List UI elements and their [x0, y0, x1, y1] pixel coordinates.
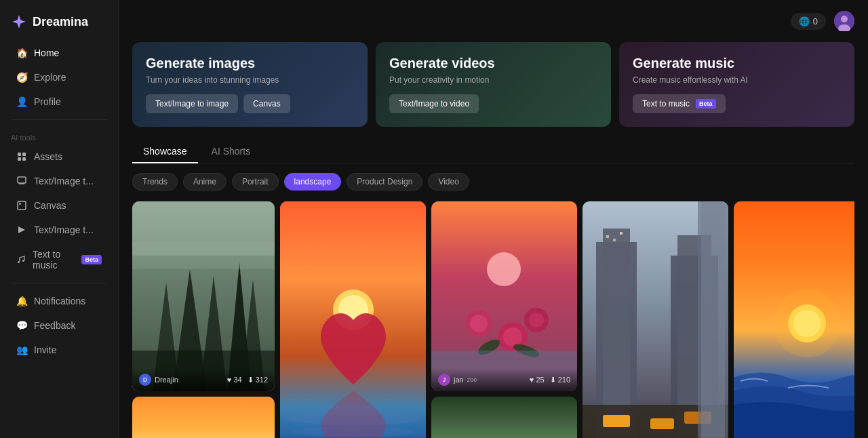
- sunset-sea-svg: [734, 201, 854, 438]
- item-1-avatar: D: [139, 374, 151, 386]
- feature-card-images: Generate images Turn your ideas into stu…: [132, 42, 368, 127]
- gallery-col-4: J jan zoe ♥ 17 ⬇ 180: [583, 201, 728, 438]
- sidebar-item-home[interactable]: 🏠 Home: [5, 41, 113, 64]
- svg-point-31: [487, 252, 521, 286]
- svg-rect-47: [613, 239, 616, 241]
- svg-rect-48: [620, 232, 623, 235]
- topbar: 🌐 0: [132, 11, 854, 31]
- explore-icon: 🧭: [16, 72, 27, 83]
- sidebar-item-textimage1[interactable]: Text/Image t...: [5, 170, 113, 193]
- item-3-stats: ♥ 25 ⬇ 210: [530, 376, 570, 384]
- textmusic-icon: [16, 254, 26, 265]
- gallery-col-2: P Prettygirl ♥ 25 ⬇ 147: [280, 201, 426, 438]
- music-subtitle: Create music effortlessly with AI: [633, 75, 841, 85]
- canvas-icon: [16, 200, 27, 211]
- notifications-icon: 🔔: [16, 296, 27, 306]
- pill-video[interactable]: Video: [428, 173, 469, 191]
- sidebar-divider-1: [11, 119, 107, 120]
- pill-portrait[interactable]: Portrait: [232, 173, 279, 191]
- sunset-sea-image: [734, 201, 854, 438]
- profile-icon: 👤: [16, 96, 27, 107]
- item-1-likes: ♥ 34: [227, 376, 242, 384]
- videos-buttons: Text/Image to video: [389, 94, 597, 113]
- item-3-overlay: J jan zoe ♥ 25 ⬇ 210: [431, 368, 577, 391]
- sidebar-item-invite-label: Invite: [34, 344, 56, 355]
- download-icon-3: ⬇: [550, 376, 556, 384]
- sidebar-item-explore-label: Explore: [34, 72, 66, 83]
- invite-icon: 👥: [16, 344, 27, 355]
- sidebar-item-textimage2[interactable]: Text/Image t...: [5, 218, 113, 241]
- svg-rect-2: [18, 157, 21, 161]
- sidebar-item-notifications[interactable]: 🔔 Notifications: [5, 290, 113, 313]
- sidebar-item-explore[interactable]: 🧭 Explore: [5, 66, 113, 89]
- ai-tools-label: AI tools: [0, 125, 118, 144]
- item-1-user: D Dreajin: [139, 374, 178, 386]
- images-title: Generate images: [146, 56, 354, 71]
- svg-rect-6: [18, 201, 26, 210]
- feedback-icon: 💬: [16, 320, 27, 331]
- item-3-user: J jan zoe: [438, 374, 477, 386]
- svg-point-10: [22, 260, 24, 262]
- home-icon: 🏠: [16, 47, 27, 58]
- sidebar-item-profile[interactable]: 👤 Profile: [5, 90, 113, 113]
- svg-point-58: [773, 290, 841, 357]
- sidebar-item-feedback-label: Feedback: [34, 320, 75, 331]
- pill-trends[interactable]: Trends: [132, 173, 178, 191]
- sidebar-item-invite[interactable]: 👥 Invite: [5, 338, 113, 361]
- logo[interactable]: Dreamina: [0, 8, 118, 41]
- avatar-img: [834, 11, 854, 31]
- sidebar-item-assets[interactable]: Assets: [5, 145, 113, 168]
- svg-rect-1: [22, 153, 26, 156]
- svg-rect-54: [701, 201, 725, 438]
- svg-point-7: [19, 203, 21, 205]
- gallery-item-2[interactable]: P Prettygirl ♥ 25 ⬇ 147: [280, 201, 426, 438]
- pill-landscape[interactable]: landscape: [284, 173, 342, 191]
- sidebar-item-textmusic[interactable]: Text to music Beta: [5, 243, 113, 277]
- gallery-item-7[interactable]: [431, 397, 577, 438]
- item-3-badge: zoe: [467, 376, 477, 383]
- tab-showcase[interactable]: Showcase: [132, 140, 198, 163]
- feature-card-videos: Generate videos Put your creativity in m…: [376, 42, 611, 127]
- coin-count: 0: [813, 16, 818, 26]
- svg-marker-8: [18, 226, 25, 233]
- images-buttons: Text/Image to image Canvas: [146, 94, 354, 113]
- filter-pills: Trends Anime Portrait landscape Product …: [132, 173, 854, 191]
- gallery-item-4[interactable]: J jan zoe ♥ 17 ⬇ 180: [583, 201, 728, 438]
- heart-svg: [280, 201, 426, 438]
- gallery-col-5: J jan zoe ♥ 20 ⬇ 148: [734, 201, 854, 438]
- svg-point-37: [529, 313, 544, 327]
- svg-rect-43: [603, 228, 630, 432]
- gallery-item-3[interactable]: J jan zoe ♥ 25 ⬇ 210: [431, 201, 577, 391]
- sidebar-item-feedback[interactable]: 💬 Feedback: [5, 314, 113, 337]
- pill-product-design[interactable]: Product Design: [347, 173, 422, 191]
- item-3-downloads: ⬇ 210: [550, 376, 570, 384]
- main-content: 🌐 0 Generate images Turn your ideas into…: [119, 0, 868, 438]
- gallery-item-1[interactable]: D Dreajin ♥ 34 ⬇ 312: [132, 201, 275, 391]
- sidebar-item-textimage2-label: Text/Image t...: [34, 224, 94, 235]
- tab-ai-shorts[interactable]: AI Shorts: [201, 140, 262, 163]
- forest-svg: [132, 201, 275, 391]
- music-beta-badge: Beta: [696, 99, 716, 108]
- download-icon: ⬇: [248, 376, 254, 384]
- svg-rect-23: [132, 242, 275, 269]
- item-1-stats: ♥ 34 ⬇ 312: [227, 376, 268, 384]
- gallery-item-6[interactable]: [132, 397, 275, 438]
- sidebar-item-canvas[interactable]: Canvas: [5, 194, 113, 217]
- textimage1-icon: [16, 176, 27, 186]
- music-title: Generate music: [633, 56, 841, 71]
- user-avatar[interactable]: [834, 11, 854, 31]
- assets-icon: [16, 151, 27, 162]
- item-1-overlay: D Dreajin ♥ 34 ⬇ 312: [132, 368, 275, 391]
- heart-icon-3: ♥: [530, 376, 534, 384]
- coins-display[interactable]: 🌐 0: [791, 13, 826, 30]
- text-to-music-button[interactable]: Text to music Beta: [633, 94, 726, 113]
- pill-anime[interactable]: Anime: [183, 173, 226, 191]
- logo-icon: [11, 14, 27, 30]
- text-image-to-image-button[interactable]: Text/Image to image: [146, 94, 238, 113]
- sidebar-item-notifications-label: Notifications: [34, 296, 85, 306]
- sidebar-item-textmusic-label: Text to music: [33, 249, 72, 271]
- beta-badge: Beta: [81, 255, 102, 264]
- gallery-item-5[interactable]: J jan zoe ♥ 20 ⬇ 148: [734, 201, 854, 438]
- text-image-to-video-button[interactable]: Text/Image to video: [389, 94, 479, 113]
- canvas-button[interactable]: Canvas: [243, 94, 290, 113]
